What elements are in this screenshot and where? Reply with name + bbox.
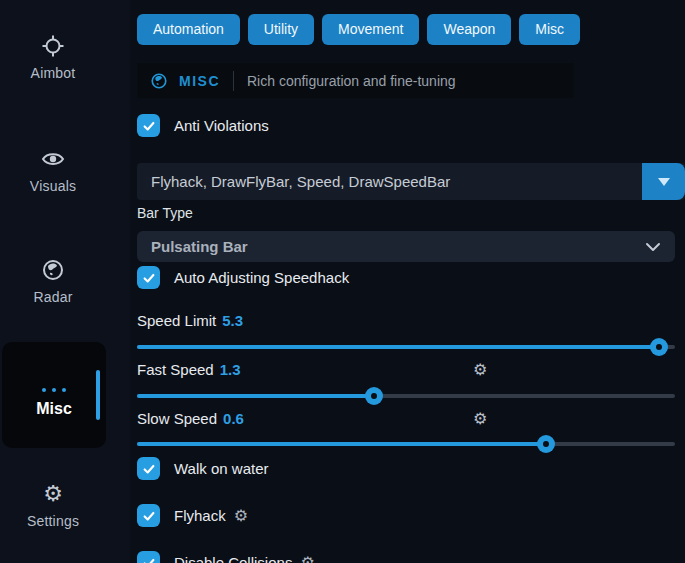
slider-value: 5.3 bbox=[222, 312, 243, 329]
bar-type-value: Pulsating Bar bbox=[137, 238, 645, 255]
slider-handle[interactable] bbox=[650, 338, 668, 356]
slider-slow-speed[interactable] bbox=[137, 435, 675, 453]
multi-select-value: Flyhack, DrawFlyBar, Speed, DrawSpeedBar bbox=[137, 173, 450, 190]
eye-icon bbox=[41, 147, 65, 171]
checkbox-checked-icon[interactable] bbox=[137, 457, 160, 480]
sidebar-item-visuals[interactable]: Visuals bbox=[0, 147, 106, 195]
sidebar-item-settings[interactable]: ⚙ Settings bbox=[0, 482, 106, 530]
sidebar-item-aimbot[interactable]: Aimbot bbox=[0, 34, 106, 82]
tab-utility[interactable]: Utility bbox=[248, 14, 314, 45]
slider-label-fast-speed: Fast Speed1.3 bbox=[137, 361, 241, 378]
slider-label-speed-limit: Speed Limit5.3 bbox=[137, 312, 243, 329]
section-subtitle: Rich configuration and fine-tuning bbox=[247, 73, 456, 89]
checkbox-auto-adjusting-speedhack[interactable]: Auto Adjusting Speedhack bbox=[137, 266, 349, 289]
slider-fill bbox=[137, 345, 659, 349]
tab-automation[interactable]: Automation bbox=[137, 14, 240, 45]
checkbox-checked-icon[interactable] bbox=[137, 504, 160, 527]
slider-name: Slow Speed bbox=[137, 410, 217, 427]
checkbox-checked-icon[interactable] bbox=[137, 266, 160, 289]
chevron-down-icon bbox=[645, 242, 661, 252]
crosshair-icon bbox=[41, 34, 65, 58]
gear-icon[interactable]: ⚙ bbox=[473, 362, 487, 378]
checkbox-label: Auto Adjusting Speedhack bbox=[174, 269, 349, 286]
tab-bar: Automation Utility Movement Weapon Misc bbox=[137, 14, 580, 45]
sidebar-item-misc[interactable]: Misc bbox=[2, 342, 106, 448]
sidebar-item-label: Settings bbox=[27, 513, 79, 529]
checkbox-anti-violations[interactable]: Anti Violations bbox=[137, 114, 269, 137]
tab-misc[interactable]: Misc bbox=[519, 14, 580, 45]
tab-weapon[interactable]: Weapon bbox=[427, 14, 511, 45]
active-indicator bbox=[96, 370, 100, 420]
checkbox-label: Disable Collisions bbox=[174, 554, 292, 563]
triangle-down-icon bbox=[658, 178, 670, 186]
sidebar: Aimbot Visuals Radar Mi bbox=[0, 0, 130, 563]
slider-name: Speed Limit bbox=[137, 312, 216, 329]
checkbox-checked-icon[interactable] bbox=[137, 551, 160, 563]
dropdown-button[interactable] bbox=[642, 163, 685, 200]
sidebar-item-label: Visuals bbox=[30, 178, 76, 194]
checkbox-checked-icon[interactable] bbox=[137, 114, 160, 137]
section-header: MISC Rich configuration and fine-tuning bbox=[137, 63, 574, 98]
slider-fill bbox=[137, 394, 374, 398]
slider-name: Fast Speed bbox=[137, 361, 214, 378]
slider-value: 1.3 bbox=[220, 361, 241, 378]
slider-handle[interactable] bbox=[365, 387, 383, 405]
sidebar-item-label: Misc bbox=[2, 400, 106, 418]
bar-type-label: Bar Type bbox=[137, 205, 193, 221]
gear-icon: ⚙ bbox=[41, 482, 65, 506]
slider-fill bbox=[137, 442, 546, 446]
ellipsis-icon bbox=[2, 378, 106, 396]
sidebar-item-label: Aimbot bbox=[31, 65, 76, 81]
slider-label-slow-speed: Slow Speed0.6 bbox=[137, 410, 244, 427]
globe-icon bbox=[41, 258, 65, 282]
main-panel: Automation Utility Movement Weapon Misc … bbox=[130, 0, 685, 563]
section-title: MISC bbox=[179, 73, 220, 89]
checkbox-walk-on-water[interactable]: Walk on water bbox=[137, 457, 268, 480]
gear-icon[interactable]: ⚙ bbox=[234, 508, 248, 524]
checkbox-flyhack[interactable]: Flyhack ⚙ bbox=[137, 504, 248, 527]
checkbox-label: Flyhack bbox=[174, 507, 226, 524]
slider-handle[interactable] bbox=[537, 435, 555, 453]
slider-fast-speed[interactable] bbox=[137, 387, 675, 405]
sidebar-item-label: Radar bbox=[33, 289, 72, 305]
checkbox-label: Anti Violations bbox=[174, 117, 269, 134]
gear-icon[interactable]: ⚙ bbox=[473, 411, 487, 427]
checkbox-label: Walk on water bbox=[174, 460, 268, 477]
gear-icon[interactable]: ⚙ bbox=[300, 555, 314, 563]
sidebar-item-radar[interactable]: Radar bbox=[0, 258, 106, 306]
slider-speed-limit[interactable] bbox=[137, 338, 675, 356]
globe-icon bbox=[150, 72, 168, 90]
cheat-menu-window: Aimbot Visuals Radar Mi bbox=[0, 0, 685, 563]
bar-type-select[interactable]: Pulsating Bar bbox=[137, 231, 675, 262]
divider bbox=[233, 71, 234, 91]
checkbox-disable-collisions[interactable]: Disable Collisions ⚙ bbox=[137, 551, 315, 563]
slider-value: 0.6 bbox=[223, 410, 244, 427]
bar-multi-select[interactable]: Flyhack, DrawFlyBar, Speed, DrawSpeedBar bbox=[137, 163, 685, 200]
tab-movement[interactable]: Movement bbox=[322, 14, 419, 45]
